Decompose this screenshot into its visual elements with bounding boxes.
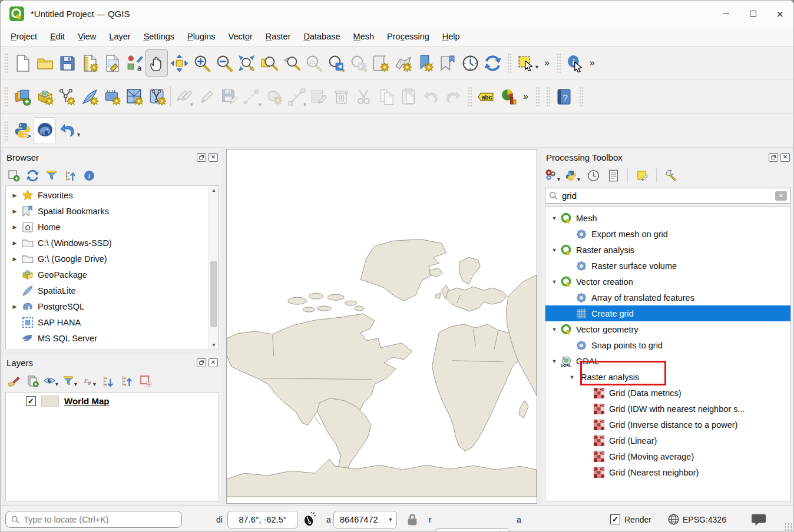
layers-close-button[interactable]: ✕ — [209, 358, 218, 367]
tree-alg-grid-linear[interactable]: Grid (Linear) — [545, 433, 790, 448]
render-toggle[interactable]: ✓ Render — [610, 506, 651, 532]
copy-features-button[interactable] — [375, 83, 397, 110]
new-spatial-bookmark-button[interactable] — [414, 49, 436, 77]
menu-view[interactable]: View — [71, 29, 102, 44]
menu-database[interactable]: Database — [297, 29, 346, 44]
save-layer-edits-button[interactable] — [218, 83, 240, 110]
layer-color-swatch[interactable] — [41, 395, 59, 407]
digitize-segment-button[interactable]: ▼ — [240, 83, 263, 110]
processing-float-button[interactable] — [769, 153, 778, 162]
paste-features-button[interactable] — [397, 83, 419, 110]
menu-processing[interactable]: Processing — [381, 29, 436, 44]
magnifier-spinbox[interactable]: 100% ▲▼ — [435, 528, 510, 532]
manage-visibility-button[interactable]: ▼ — [43, 373, 59, 389]
processing-history-button[interactable] — [56, 117, 78, 144]
scrollbar-thumb[interactable] — [210, 261, 217, 327]
expander-icon[interactable]: ▼ — [569, 374, 575, 380]
postgis-button[interactable] — [34, 117, 56, 144]
browser-item-ms-sql-server[interactable]: MS SQL Server — [6, 330, 209, 346]
menu-plugins[interactable]: Plugins — [181, 29, 222, 44]
project-save-button[interactable] — [56, 49, 78, 77]
add-group-button[interactable] — [24, 373, 41, 389]
expander-icon[interactable]: ▶ — [11, 208, 19, 214]
toolbar-grip[interactable] — [546, 87, 551, 107]
help-button[interactable]: ? — [553, 83, 575, 110]
layer-label[interactable]: World Map — [64, 396, 109, 406]
history-button[interactable] — [585, 167, 601, 184]
toolbar-grip[interactable] — [4, 53, 9, 73]
scroll-up-icon[interactable]: ▲ — [209, 186, 219, 195]
tree-alg-snap-points-to-grid[interactable]: Snap points to grid — [545, 337, 790, 353]
browser-add-layers-button[interactable] — [5, 167, 22, 184]
new-spatialite-layer-button[interactable] — [78, 83, 101, 110]
collapse-all-button[interactable] — [118, 373, 135, 389]
options-button[interactable] — [663, 167, 679, 184]
browser-filter-button[interactable] — [43, 167, 59, 184]
zoom-out-button[interactable] — [213, 49, 235, 77]
expander-icon[interactable]: ▶ — [11, 224, 19, 230]
tree-group-raster-analysis[interactable]: ▼Raster analysis — [545, 242, 790, 258]
shape-digitizing-button[interactable] — [263, 83, 285, 110]
models-button[interactable]: ▼ — [545, 167, 561, 184]
layer-labeling-button[interactable]: abc — [475, 83, 497, 110]
browser-float-button[interactable] — [197, 153, 206, 162]
tree-group-mesh[interactable]: ▼Mesh — [545, 210, 790, 226]
zoom-last-button[interactable] — [325, 49, 347, 77]
browser-scrollbar[interactable]: ▲ ▼ — [209, 186, 219, 350]
identify-features-button[interactable]: i — [564, 49, 586, 77]
redo-button[interactable] — [442, 83, 464, 110]
expand-all-button[interactable] — [100, 373, 116, 389]
toolbar-grip[interactable] — [468, 87, 472, 107]
toolbar-grip[interactable] — [557, 53, 561, 73]
current-edits-button[interactable]: ▼ — [173, 83, 196, 110]
pan-to-selection-button[interactable] — [168, 49, 190, 77]
zoom-in-button[interactable] — [190, 49, 213, 77]
toolbar-grip[interactable] — [535, 87, 540, 107]
layer-diagram-button[interactable] — [497, 83, 520, 110]
expander-icon[interactable]: ▼ — [551, 215, 557, 221]
edit-in-place-button[interactable] — [634, 167, 650, 184]
pan-map-button[interactable] — [145, 49, 168, 77]
browser-item-spatialite[interactable]: SpatiaLite — [6, 282, 209, 298]
browser-item-c-drive[interactable]: ▶C:\ (Windows-SSD) — [6, 235, 209, 251]
maximize-button[interactable] — [739, 1, 766, 27]
menu-edit[interactable]: Edit — [44, 29, 71, 44]
menu-layer[interactable]: Layer — [102, 29, 137, 44]
expander-icon[interactable]: ▼ — [551, 247, 557, 253]
expander-icon[interactable]: ▼ — [551, 358, 557, 364]
crs-status-button[interactable]: EPSG:4326 — [667, 506, 726, 532]
tree-alg-grid-data-metrics[interactable]: Grid (Data metrics) — [545, 385, 790, 401]
python-scripts-button[interactable]: ▼ — [565, 167, 581, 184]
toolbar-grip[interactable] — [507, 53, 512, 73]
search-input-value[interactable]: grid — [562, 191, 775, 201]
scroll-down-icon[interactable]: ▼ — [209, 341, 219, 350]
zoom-native-button[interactable]: 1:1 — [302, 49, 325, 77]
new-temporary-scratch-layer-button[interactable] — [145, 83, 168, 110]
browser-item-favorites[interactable]: ▶Favorites — [6, 187, 209, 203]
menu-settings[interactable]: Settings — [137, 29, 181, 44]
expander-icon[interactable]: ▶ — [11, 304, 19, 310]
tree-group-gdal-raster-analysis[interactable]: ▼Raster analysis — [545, 369, 790, 385]
show-layout-manager-button[interactable] — [101, 49, 123, 77]
browser-item-g-drive[interactable]: ▶G:\ (Google Drive) — [6, 251, 209, 267]
expander-icon[interactable]: ▼ — [551, 279, 557, 285]
results-viewer-button[interactable] — [605, 167, 621, 184]
processing-search-box[interactable]: grid ✕ — [545, 188, 791, 204]
toolbar-overflow-chevron[interactable]: » — [544, 58, 550, 68]
window-resize-grip[interactable] — [784, 523, 792, 531]
tree-alg-grid-nearest-neighbor[interactable]: Grid (Nearest neighbor) — [545, 464, 790, 480]
filter-expression-button[interactable]: ε▼ — [81, 373, 97, 389]
layer-row-world-map[interactable]: ✓ World Map — [6, 393, 219, 409]
new-map-view-button[interactable] — [369, 49, 392, 77]
dropdown-caret[interactable]: ▼ — [92, 381, 97, 387]
new-3d-map-view-button[interactable] — [392, 49, 414, 77]
zoom-to-selection-button[interactable] — [257, 49, 280, 77]
new-virtual-layer-button[interactable] — [123, 83, 145, 110]
processing-close-button[interactable]: ✕ — [780, 153, 790, 162]
zoom-full-button[interactable] — [235, 49, 257, 77]
layout-manager-button[interactable] — [78, 49, 101, 77]
toolbar-grip[interactable] — [4, 87, 9, 107]
browser-refresh-button[interactable] — [24, 167, 41, 184]
modify-attributes-button[interactable] — [307, 83, 330, 110]
locator-search-input[interactable]: Type to locate (Ctrl+K) — [5, 511, 182, 528]
